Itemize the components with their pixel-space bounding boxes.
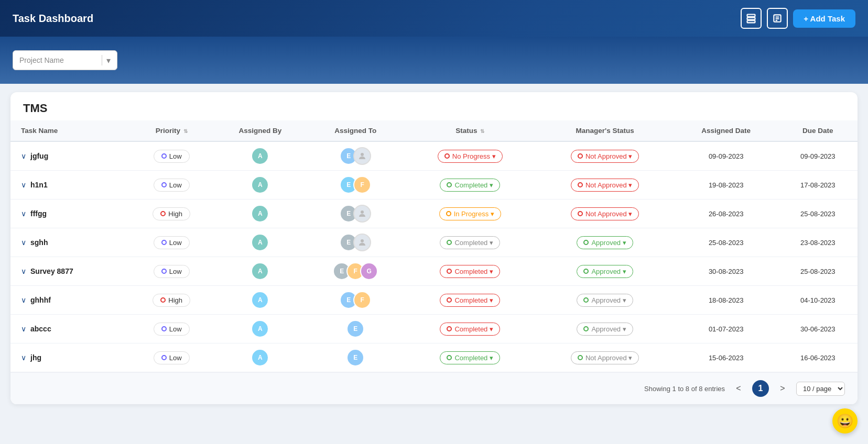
row-expand-icon[interactable]: ∨ (21, 181, 26, 189)
assigned-by-avatar: A (251, 234, 269, 251)
priority-badge[interactable]: Low (154, 150, 190, 163)
table-row: ∨ Survey 8877 Low A EFG Completed ▾ A (10, 257, 858, 286)
assigned-by-cell: A (213, 228, 307, 257)
status-badge[interactable]: No Progress ▾ (438, 150, 503, 163)
manager-status-badge[interactable]: Not Approved ▾ (571, 351, 639, 364)
priority-badge[interactable]: Low (154, 351, 190, 364)
manager-status-cell: Approved ▾ (536, 315, 674, 343)
row-expand-icon[interactable]: ∨ (21, 296, 26, 304)
row-expand-icon[interactable]: ∨ (21, 209, 26, 218)
status-dot (447, 326, 452, 331)
svg-rect-0 (747, 15, 755, 17)
prev-page-button[interactable]: < (730, 380, 747, 397)
priority-sort-icon: ⇅ (183, 128, 188, 134)
status-badge[interactable]: Completed ▾ (440, 294, 500, 307)
assigned-date-cell: 30-08-2023 (674, 257, 778, 286)
status-badge[interactable]: Completed ▾ (440, 179, 500, 192)
svg-point-8 (361, 210, 364, 214)
assigned-date-cell: 01-07-2023 (674, 315, 778, 343)
page-1-button[interactable]: 1 (752, 380, 769, 397)
table-row: ∨ jhg Low A E Completed ▾ Not Approve (10, 343, 858, 372)
priority-cell: High (129, 199, 213, 228)
priority-badge[interactable]: Low (154, 265, 190, 278)
priority-badge[interactable]: High (153, 294, 190, 307)
export-button[interactable] (767, 8, 788, 29)
row-expand-icon[interactable]: ∨ (21, 152, 26, 160)
status-badge[interactable]: In Progress ▾ (439, 207, 501, 220)
header-title: Task Dashboard (13, 13, 93, 25)
row-expand-icon[interactable]: ∨ (21, 238, 26, 247)
list-view-button[interactable] (741, 8, 762, 29)
manager-status-badge[interactable]: Not Approved ▾ (571, 150, 639, 163)
emoji-fab-button[interactable]: 😀 (832, 408, 858, 434)
due-date-cell: 17-08-2023 (778, 171, 858, 199)
priority-badge[interactable]: High (153, 207, 190, 220)
assigned-by-cell: A (213, 315, 307, 343)
priority-badge[interactable]: Low (154, 236, 190, 249)
project-name-select[interactable]: Project Name ▾ (13, 50, 117, 70)
assigned-by-group: A (219, 262, 301, 280)
header-actions: + Add Task (741, 8, 855, 29)
status-cell: Completed ▾ (404, 315, 536, 343)
status-badge[interactable]: Completed ▾ (440, 265, 500, 278)
task-table: Task Name Priority ⇅ Assigned By Assigne… (10, 120, 858, 372)
status-sort-icon: ⇅ (480, 128, 484, 134)
priority-dot (160, 297, 166, 303)
task-name: sghh (30, 238, 48, 247)
assigned-to-cell: E (307, 141, 404, 171)
assigned-by-avatar: A (251, 320, 269, 338)
manager-status-badge[interactable]: Approved ▾ (577, 323, 633, 336)
manager-status-dot (583, 297, 589, 303)
manager-status-cell: Not Approved ▾ (536, 171, 674, 199)
assigned-by-cell: A (213, 343, 307, 372)
status-dot (447, 355, 452, 360)
assigned-by-cell: A (213, 286, 307, 315)
status-badge[interactable]: Completed ▾ (440, 236, 500, 249)
chevron-down-icon: ▾ (106, 56, 111, 65)
priority-dot (161, 153, 167, 159)
manager-status-dot (578, 153, 583, 159)
status-badge[interactable]: Completed ▾ (440, 323, 500, 336)
assigned-to-avatar-placeholder (353, 205, 371, 223)
table-row: ∨ h1n1 Low A EF Completed ▾ Not Appro (10, 171, 858, 199)
due-date-cell: 30-06-2023 (778, 315, 858, 343)
status-cell: Completed ▾ (404, 286, 536, 315)
task-name-cell: ∨ fffgg (10, 199, 129, 228)
row-expand-icon[interactable]: ∨ (21, 267, 26, 275)
col-status: Status ⇅ (404, 120, 536, 141)
status-cell: Completed ▾ (404, 257, 536, 286)
row-expand-icon[interactable]: ∨ (21, 325, 26, 333)
manager-status-dot (578, 211, 583, 216)
table-row: ∨ ghhhf High A EF Completed ▾ Approve (10, 286, 858, 315)
manager-status-badge[interactable]: Approved ▾ (577, 236, 633, 249)
priority-cell: Low (129, 141, 213, 171)
status-cell: No Progress ▾ (404, 141, 536, 171)
priority-cell: Low (129, 171, 213, 199)
priority-badge[interactable]: Low (154, 179, 190, 192)
task-name-cell: ∨ h1n1 (10, 171, 129, 199)
assigned-by-avatar: A (251, 176, 269, 194)
status-dot (447, 240, 452, 245)
next-page-button[interactable]: > (774, 380, 791, 397)
priority-badge[interactable]: Low (154, 323, 190, 336)
manager-status-badge[interactable]: Approved ▾ (577, 294, 633, 307)
manager-status-cell: Approved ▾ (536, 286, 674, 315)
assigned-by-cell: A (213, 257, 307, 286)
task-name-cell: ∨ jgfug (10, 141, 129, 171)
manager-status-badge[interactable]: Not Approved ▾ (571, 207, 639, 220)
svg-point-7 (361, 153, 364, 156)
status-badge[interactable]: Completed ▾ (440, 351, 500, 364)
manager-status-badge[interactable]: Not Approved ▾ (571, 179, 639, 192)
manager-status-badge[interactable]: Approved ▾ (577, 265, 633, 278)
assigned-by-group: A (219, 205, 301, 223)
per-page-select[interactable]: 10 / page (796, 382, 845, 396)
pagination-info: Showing 1 to 8 of 8 entries (644, 385, 725, 393)
assigned-to-group: EF (312, 291, 398, 309)
manager-status-dot (583, 326, 589, 331)
status-cell: In Progress ▾ (404, 199, 536, 228)
add-task-button[interactable]: + Add Task (793, 9, 855, 28)
row-expand-icon[interactable]: ∨ (21, 353, 26, 362)
assigned-date-cell: 09-09-2023 (674, 141, 778, 171)
manager-status-cell: Approved ▾ (536, 228, 674, 257)
col-manager-status: Manager's Status (536, 120, 674, 141)
